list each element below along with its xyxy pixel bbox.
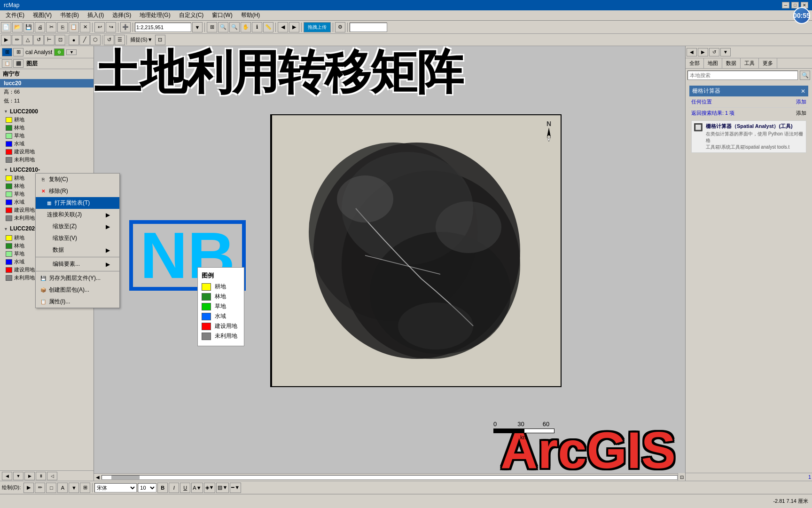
lucc2000-jianshe[interactable]: 建设用地 <box>2 148 92 156</box>
ctx-zoom-to2[interactable]: 缩放至(V) <box>36 232 119 244</box>
toc-scroll-down[interactable]: ▼ <box>13 472 23 480</box>
scroll-thumb[interactable] <box>111 476 140 479</box>
search-forward[interactable]: ▶ <box>698 48 708 56</box>
zoom-full[interactable]: ⊞ <box>207 22 217 32</box>
menu-customize[interactable]: 自定义(C) <box>175 10 208 20</box>
ctx-zoom-to[interactable]: 缩放至(Z) ▶ <box>36 221 119 232</box>
share-button[interactable]: 拖拽上传 <box>304 22 331 32</box>
draw-poly[interactable]: ⬡ <box>90 35 101 45</box>
ctx-properties[interactable]: 📋 属性(I)... <box>36 296 119 308</box>
menu-insert[interactable]: 插入(I) <box>84 10 108 20</box>
tab-all[interactable]: 全部 <box>686 58 704 68</box>
font-family-select[interactable]: 宋体 黑体 楷体 <box>94 483 137 492</box>
ctx-copy[interactable]: ⎘ 复制(C) <box>36 174 119 185</box>
ctx-create-pkg[interactable]: 📦 创建图层包(A)... <box>36 284 119 296</box>
search-zoom[interactable]: ⚙ <box>335 22 345 32</box>
search-menu[interactable]: ▼ <box>720 48 731 56</box>
rotate-tool[interactable]: ↺ <box>33 35 44 45</box>
scale-input[interactable]: 1:2,215,951 <box>135 23 191 32</box>
pan-button[interactable]: ✋ <box>241 22 251 32</box>
search-input[interactable] <box>687 71 798 80</box>
map-area[interactable]: 土地利用转移矩阵 NB <box>94 46 685 481</box>
draw-point[interactable]: ● <box>69 35 79 45</box>
back-button[interactable]: ◀ <box>278 22 288 32</box>
draw-select[interactable]: ▶ <box>23 483 34 493</box>
toc-btn2[interactable]: ⬛ <box>13 59 23 68</box>
menu-help[interactable]: 帮助(H) <box>237 10 264 20</box>
print-button[interactable]: 🖨 <box>35 22 45 32</box>
right-scroll[interactable] <box>686 159 812 473</box>
sa-icon2[interactable]: ⊞ <box>13 48 23 56</box>
menu-geoprocessing[interactable]: 地理处理(G) <box>136 10 174 20</box>
line-btn[interactable]: ━▼ <box>230 483 241 493</box>
save-button[interactable]: 💾 <box>23 22 34 32</box>
ctx-data[interactable]: 数据 ▶ <box>36 244 119 256</box>
zoom-out[interactable]: 🔍 <box>229 22 240 32</box>
underline-btn[interactable]: U <box>180 483 190 493</box>
tab-map[interactable]: 地图 <box>704 58 722 68</box>
new-button[interactable]: 📄 <box>1 22 11 32</box>
toc-scroll-right[interactable]: ⏸ <box>36 472 46 480</box>
toc-btn1[interactable]: 📋 <box>2 59 12 68</box>
draw-text[interactable]: A <box>57 483 68 493</box>
bold-btn[interactable]: B <box>157 483 168 493</box>
sa-dropdown[interactable]: ▼ <box>66 49 77 55</box>
ctx-join[interactable]: 连接和关联(J) ▶ <box>36 209 119 221</box>
sa-settings[interactable]: ⚙ <box>54 48 64 56</box>
identify-button[interactable]: ℹ <box>252 22 262 32</box>
draw-pencil[interactable]: ✏ <box>35 483 45 493</box>
snap-config[interactable]: ⊡ <box>155 35 165 45</box>
copy-button[interactable]: ⎘ <box>57 22 68 32</box>
draw-text-dropdown[interactable]: ▼ <box>69 483 79 493</box>
menu-view[interactable]: 视图(V) <box>29 10 55 20</box>
search-refresh[interactable]: ↺ <box>709 48 719 56</box>
split-tool[interactable]: ⊢ <box>44 35 55 45</box>
selected-layer[interactable]: lucc20 <box>0 79 94 87</box>
menu-select[interactable]: 选择(S) <box>109 10 135 20</box>
ctx-edit-features[interactable]: 编辑要素... ▶ <box>36 258 119 270</box>
menu-window[interactable]: 窗口(W) <box>208 10 236 20</box>
user-avatar[interactable]: 00:55 <box>793 7 810 24</box>
open-button[interactable]: 📂 <box>12 22 23 32</box>
sa-icon1[interactable]: ⊞ <box>2 48 12 56</box>
snap-tool[interactable]: ⊡ <box>55 35 65 45</box>
toc-scroll-end[interactable]: ◁ <box>47 472 57 480</box>
raster-calc-close[interactable]: ✕ <box>801 88 805 95</box>
zoom-in[interactable]: 🔍 <box>218 22 228 32</box>
font-color-btn[interactable]: A▼ <box>191 483 203 493</box>
toc-scroll-left[interactable]: ◀ <box>2 472 12 480</box>
fill-btn[interactable]: ▧▼ <box>216 483 229 493</box>
menu-bookmarks[interactable]: 书签(B) <box>56 10 83 20</box>
menu-file[interactable]: 文件(E) <box>2 10 28 20</box>
paste-button[interactable]: 📋 <box>69 22 79 32</box>
panel-location[interactable]: 任何位置 <box>691 98 712 105</box>
refresh-btn[interactable]: ↺ <box>104 35 114 45</box>
search-field[interactable] <box>350 23 387 32</box>
lucc2000-weili[interactable]: 未利用地 <box>2 156 92 164</box>
lucc2000-header[interactable]: ▼ LUCC2000 <box>2 107 92 116</box>
tab-tools[interactable]: 工具 <box>741 58 759 68</box>
scroll-left-btn[interactable]: ◀ <box>96 475 100 480</box>
measure-button[interactable]: 📏 <box>263 22 273 32</box>
ctx-save-layer[interactable]: 💾 另存为图层文件(Y)... <box>36 272 119 284</box>
resize-handle[interactable]: ⊡ <box>678 473 685 481</box>
layer-props[interactable]: ☰ <box>115 35 125 45</box>
lucc2000-shuiyu[interactable]: 水域 <box>2 140 92 148</box>
add-btn[interactable]: 添加 <box>796 98 806 105</box>
delete-button[interactable]: ✕ <box>80 22 90 32</box>
forward-button[interactable]: ▶ <box>289 22 299 32</box>
undo-button[interactable]: ↩ <box>94 22 105 32</box>
select-tool[interactable]: ▶ <box>1 35 11 45</box>
redo-button[interactable]: ↪ <box>106 22 116 32</box>
lucc2000-lindi[interactable]: 林地 <box>2 124 92 132</box>
minimize-button[interactable]: ─ <box>782 2 789 8</box>
vertex-tool[interactable]: △ <box>23 35 33 45</box>
font-size-select[interactable]: 10 12 14 <box>138 483 156 492</box>
draw-rectangle[interactable]: □ <box>46 483 56 493</box>
scale-dropdown[interactable]: ▼ <box>192 22 203 32</box>
search-back[interactable]: ◀ <box>687 48 697 56</box>
lucc2000-gengdi[interactable]: 耕地 <box>2 116 92 124</box>
lucc2000-caodi[interactable]: 草地 <box>2 132 92 140</box>
draw-tool[interactable]: ⊞ <box>80 483 90 493</box>
add-data-button[interactable]: ➕ <box>120 22 131 32</box>
